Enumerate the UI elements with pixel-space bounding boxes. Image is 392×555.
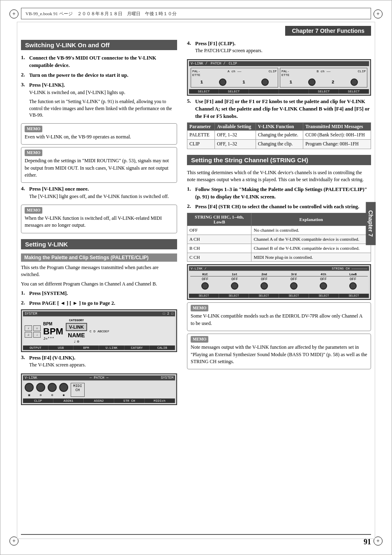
clip-screen-title: V-LINK / — [191, 62, 208, 66]
clip-btn-sel2: SELECT — [219, 89, 249, 94]
param-palette-setting: OFF, 1–32 — [215, 130, 256, 140]
step-f1-clip: 4. Press [F1] (CLIP). The PATCH/CLIP scr… — [187, 40, 371, 57]
patch-knob1-label: ▣ — [28, 393, 30, 397]
param-clip-function: Changing the clip. — [256, 140, 303, 149]
sub-section-palette-heading: Making the Palette and Clip Settings (PA… — [21, 253, 177, 262]
string-col-1st: 1st OFF — [220, 273, 249, 292]
string-step-1-num: 1. — [187, 186, 194, 200]
patch-system-label: SYSTEM — [161, 376, 173, 380]
step-f4-vlink: 3. Press [F4] (V-LINK). The V-LINK scree… — [21, 354, 177, 371]
sys-page: □ 2 □ — [163, 312, 173, 316]
step-f1-clip-content: Press [F1] (CLIP). The PATCH/CLIP screen… — [195, 40, 371, 57]
string-col-3rd-header: 3rd — [279, 273, 309, 276]
sys-icons: ♪ ⌂ ♫ ↓ — [25, 325, 41, 338]
clip-btn-empty2 — [279, 89, 309, 94]
sys-btn-row: OUTPUT USB BPM U-LINK CATGRY CALIB — [23, 345, 175, 350]
chapter-header: Chapter 7 Other Functions — [285, 26, 371, 36]
step-sys-1: 1. Press [SYSTEM]. — [21, 290, 177, 297]
string-knob-4th — [320, 282, 327, 290]
step-5: 5. Use [F1] and [F2] or the F1 or F2 kno… — [187, 98, 371, 120]
patch-col3: ⚙ — [48, 383, 57, 397]
string-screen: V-LINK / STRING CH ———————— HiC OFF 1st — [187, 264, 371, 300]
memo-box-5: MEMO Note messages output with the V-LIN… — [187, 334, 371, 369]
step-f4-vlink-num: 3. — [21, 354, 28, 371]
step-sys-2: 2. Press PAGE [ ◄ ] [ ► ] to go to Page … — [21, 299, 177, 307]
clip-btn-sel4: SELECT — [339, 89, 369, 94]
string-sel-3: SELECT — [249, 294, 279, 298]
patch-btn-row: CLIP ASGN1 ASGN2 STR CH MIDIch — [23, 398, 175, 403]
string-val-lowb: OFF — [338, 277, 368, 281]
param-palette-midi: CC00 (Bank Select): 00H–1FH — [303, 130, 371, 140]
two-col-layout: Switching V-LINK On and Off 1. Connect t… — [21, 40, 371, 407]
step-1-content: Connect the VB-99's MIDI OUT connector t… — [29, 54, 177, 69]
string-screen-body: HiC OFF 1st OFF 2nd OF — [189, 272, 369, 293]
patch-knob3-label: ⚙ — [51, 393, 53, 397]
step-f4-vlink-content: Press [F4] (V-LINK). The V-LINK screen a… — [29, 354, 177, 371]
step-1-num: 1. — [21, 54, 28, 69]
step-1: 1. Connect the VB-99's MIDI OUT connecto… — [21, 54, 177, 69]
chapter-side-label: Chapter 7 — [366, 202, 376, 245]
step-4-vlink: 4. Press [V-LINK] once more. The [V-LINK… — [21, 185, 177, 202]
palette-intro2: You can set different Program Changes in… — [21, 281, 177, 288]
param-row-clip: CLIP OFF, 1–32 Changing the clip. Progra… — [187, 140, 371, 149]
sys-title: SYSTEM — [25, 312, 37, 316]
patch-body: ▣ ⚙ ⚙ ◉ — [23, 381, 175, 398]
patch-knob2 — [36, 383, 45, 392]
clip-ch-b-header: PAL-ETTE B ch —— CLIP — [281, 69, 366, 77]
memo-2-text: Depending on the settings in "MIDI ROUTI… — [25, 157, 173, 179]
param-palette-function: Changing the palette. — [256, 130, 303, 140]
memo-label-4: MEMO — [191, 305, 208, 311]
patch-btn-clip: CLIP — [23, 398, 53, 403]
sys-btn-bpm: BPM — [74, 345, 99, 350]
clip-ch-b-values: 1 2 — [281, 78, 366, 86]
sys-vlink-badge: V-LINK — [66, 323, 87, 331]
clip-knob-a1 — [219, 78, 226, 86]
sys-icon-house: ⌂ — [33, 325, 41, 331]
string-sel-4: SELECT — [279, 294, 309, 298]
string-cch-exp: MIDI Note plug-in is controlled. — [251, 253, 371, 262]
page-number: 91 — [364, 538, 371, 546]
section-vlink-onoff-heading: Switching V-LINK On and Off — [21, 40, 177, 50]
clip-btn-sel1: SELECT — [189, 89, 219, 94]
string-col-hic: HiC OFF — [190, 273, 220, 292]
string-row-off: OFF No channel is controlled. — [187, 226, 371, 235]
memo-1-text: Even with V-LINK on, the VB-99 operates … — [25, 134, 173, 140]
sys-btn-output: OUTPUT — [23, 345, 48, 350]
clip-screen-body: PAL-ETTE A ch —— CLIP 1 1 — [189, 66, 369, 89]
clip-ch-a: PAL-ETTE A ch —— CLIP 1 1 — [191, 68, 278, 88]
clip-ch-a-ch: A ch —— — [228, 69, 242, 77]
param-palette-name: PALETTE — [187, 130, 215, 140]
string-val-4th: OFF — [309, 277, 338, 281]
clip-btn-sel3: SELECT — [309, 89, 339, 94]
string-step-2-content: Press [F4] (STR CH) to select the channe… — [195, 203, 371, 210]
string-intro: This setting determines which of the V-L… — [187, 169, 371, 184]
clip-ch-b-ch: B ch —— — [317, 69, 331, 77]
clip-screen-header: V-LINK / PATCH / CLIP — [189, 61, 369, 66]
reg-mark-tr — [374, 9, 383, 18]
sys-btn-catgry: CATGRY — [125, 345, 150, 350]
string-col-4th-header: 4th — [309, 273, 338, 276]
string-screen-strch: STRING CH ———————— — [332, 267, 367, 270]
clip-screen-clip: CLIP — [229, 62, 237, 66]
patch-btn-strch: STR CH — [114, 398, 145, 403]
book-info: VB-99_e.book 91 ページ ２００８年８月１８日 月曜日 午後１時１… — [25, 11, 177, 17]
sys-tempo: J=*** — [43, 337, 63, 341]
string-col-lowb-header: LowB — [338, 273, 368, 276]
sys-icon-extra: ⚙ — [77, 339, 79, 344]
string-col-hic-header: HiC — [190, 273, 220, 276]
clip-ch-b-label: PAL-ETTE — [281, 69, 289, 77]
patch-knob2-label: ⚙ — [40, 393, 42, 397]
sys-body: ♪ ⌂ ♫ ↓ BPM BPM J=*** — [23, 317, 175, 345]
col-left: Switching V-LINK On and Off 1. Connect t… — [21, 40, 177, 407]
patch-screen: V-LINK — PATCH — SYSTEM ▣ ⚙ — [21, 373, 177, 405]
header-bar: VB-99_e.book 91 ページ ２００８年８月１８日 月曜日 午後１時１… — [21, 8, 371, 19]
step-sys-2-num: 2. — [21, 299, 28, 307]
string-sel-1: SELECT — [189, 294, 219, 298]
sys-icon-note: ♫ — [25, 332, 32, 338]
string-col-2nd-header: 2nd — [249, 273, 279, 276]
reg-mark-tl — [9, 9, 18, 18]
param-clip-setting: OFF, 1–32 — [215, 140, 256, 149]
clip-patch-screen: V-LINK / PATCH / CLIP PAL-ETTE A ch —— C… — [187, 59, 371, 96]
string-knob-2nd — [261, 282, 268, 290]
reg-mark-bl — [9, 537, 18, 546]
